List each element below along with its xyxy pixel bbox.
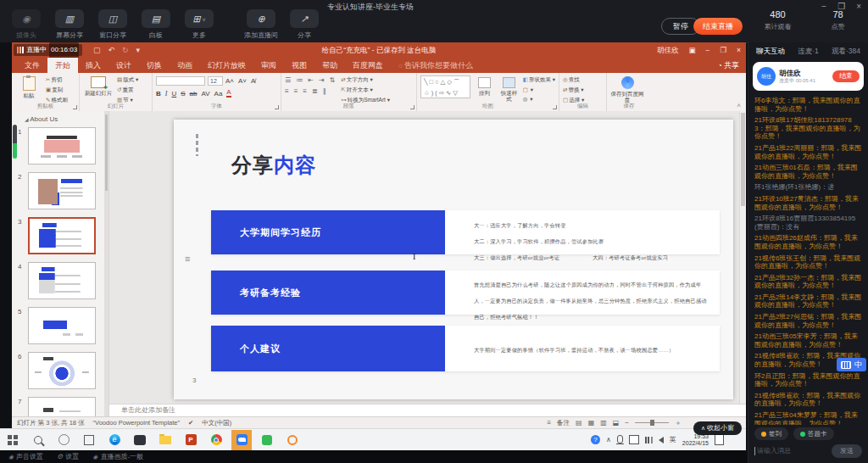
chat-input[interactable]: 请输入消息: [754, 447, 826, 455]
quick-styles-button[interactable]: 快速样式: [498, 75, 520, 103]
ppt-tab[interactable]: 开始: [47, 58, 78, 73]
slide-thumbnail[interactable]: [28, 217, 96, 254]
ppt-restore-icon[interactable]: ❐: [720, 42, 726, 58]
help-tray-icon[interactable]: ?: [591, 435, 600, 444]
notes-toggle-label[interactable]: 备注: [557, 419, 570, 427]
volume-tray-icon[interactable]: [659, 437, 664, 443]
quick-action-pill[interactable]: 答题卡: [793, 427, 834, 440]
stream-control-item[interactable]: 设置: [57, 452, 79, 461]
toolbar-button-icon[interactable]: [55, 9, 84, 28]
slide-row-3[interactable]: 个人建议 大学期间一定要做的事情（软件学习班，坚持运动，不熬夜，谈一场校园恋爱……: [211, 326, 720, 371]
ime-language[interactable]: 英: [670, 435, 676, 444]
taskbar-icon[interactable]: [257, 430, 277, 450]
ppt-minimize-icon[interactable]: −: [705, 42, 709, 58]
network-tray-icon[interactable]: [645, 437, 653, 443]
zoom-out-icon[interactable]: −: [625, 419, 629, 427]
slide-title[interactable]: 分享内容: [231, 152, 316, 179]
language[interactable]: 中文(中国): [202, 419, 231, 427]
paste-button[interactable]: 粘贴: [15, 75, 42, 103]
ppt-tab[interactable]: 审阅: [253, 58, 284, 73]
toolbar-button-icon[interactable]: [98, 9, 127, 28]
notes-pane[interactable]: 单击此处添加备注: [109, 404, 746, 416]
ppt-tab[interactable]: 帮助: [314, 58, 345, 73]
snip-tray-icon[interactable]: [629, 435, 639, 444]
slide-scrollbar[interactable]: [739, 111, 746, 404]
reset-button[interactable]: ↺重置: [117, 86, 138, 94]
ribbon-options-icon[interactable]: ▣: [688, 42, 695, 58]
slide-thumbnail[interactable]: [28, 307, 96, 344]
cut-button[interactable]: ✂剪切: [46, 76, 68, 84]
ppt-tab[interactable]: 设计: [108, 58, 139, 73]
normal-view-icon[interactable]: ▤: [576, 419, 582, 427]
taskbar-icon[interactable]: [53, 430, 74, 450]
font-name-select[interactable]: [156, 76, 205, 86]
shapes-gallery[interactable]: ╲□○△◇⌒☆)(⇨∿▽: [420, 75, 470, 98]
slide-row-1[interactable]: 大学期间学习经历 大一：适应大学，了解方向，学会转变大二：深入学习，学习软件，积…: [211, 210, 720, 254]
text-direction-button[interactable]: ⇄文字方向 ▾: [341, 76, 390, 84]
share-button[interactable]: 共享: [718, 58, 739, 74]
end-mic-button[interactable]: 结束: [832, 70, 860, 82]
shrink-font-icon[interactable]: A˅: [238, 77, 247, 85]
bullets-icon[interactable]: ☰: [285, 76, 291, 84]
thumbnails-scrollbar[interactable]: [104, 111, 108, 416]
save-to-netdisk-button[interactable]: 保存到百度网盘: [610, 75, 644, 103]
clear-format-icon[interactable]: A̸: [251, 77, 255, 85]
slide-thumbnail[interactable]: [28, 172, 96, 209]
char-spacing-button[interactable]: AV: [201, 90, 209, 98]
end-live-button[interactable]: 结束直播: [693, 18, 743, 35]
underline-button[interactable]: U: [171, 90, 176, 98]
stream-control-item[interactable]: 直播画质-一般: [92, 452, 143, 461]
quick-action-pill[interactable]: 签到: [754, 427, 788, 440]
taskbar-icon[interactable]: [28, 430, 48, 450]
shape-fill-button[interactable]: ◧形状效果 ▾: [523, 76, 555, 84]
dialog-launcher-icon[interactable]: [553, 105, 557, 109]
toolbar-button-icon[interactable]: [290, 9, 319, 28]
reading-view-icon[interactable]: ▥: [600, 419, 607, 427]
dialog-launcher-icon[interactable]: [410, 105, 415, 109]
section-header[interactable]: About Us: [12, 115, 108, 123]
slide-thumbnail[interactable]: [28, 397, 96, 416]
slide-canvas[interactable]: 分享内容 大学期间学习经历 大一：适应大学，了解方向，学会转变大二：深入学习，学…: [174, 120, 733, 399]
spellcheck-icon[interactable]: ✔: [188, 419, 193, 427]
indent-decrease-icon[interactable]: ⇤: [308, 76, 314, 84]
notes-toggle-icon[interactable]: ≡: [547, 419, 551, 427]
send-button[interactable]: 发送: [832, 444, 862, 458]
toolbar-button-icon[interactable]: [12, 9, 41, 28]
replace-button[interactable]: ⇄替换 ▾: [563, 86, 584, 94]
account-name[interactable]: 胡佳欣: [657, 42, 679, 58]
bold-button[interactable]: B: [156, 90, 161, 98]
arrange-button[interactable]: 排列: [474, 75, 495, 103]
align-center-icon[interactable]: ≡: [294, 87, 298, 95]
chat-tab[interactable]: 聊天互动: [756, 47, 785, 57]
taskbar-icon[interactable]: P: [181, 430, 201, 450]
taskbar-icon[interactable]: [231, 430, 252, 450]
ppt-tab[interactable]: 幻灯片放映: [200, 58, 253, 73]
font-color-button[interactable]: A: [226, 89, 231, 98]
slide-thumbnail[interactable]: [28, 352, 96, 389]
ppt-tab[interactable]: 动画: [170, 58, 200, 73]
slide-thumbnail[interactable]: [28, 127, 96, 165]
new-slide-button[interactable]: 新建幻灯片: [83, 75, 114, 103]
justify-icon[interactable]: ≣: [312, 87, 318, 95]
taskbar-icon[interactable]: e: [104, 430, 125, 450]
toolbar-button-icon[interactable]: [247, 9, 275, 28]
indent-increase-icon[interactable]: ⇥: [319, 76, 325, 84]
action-center-icon[interactable]: [715, 434, 724, 445]
shape-effects-button[interactable]: ◍ ▾: [523, 96, 555, 103]
slideshow-view-icon[interactable]: ⬓: [613, 419, 620, 427]
ppt-tab[interactable]: 插入: [78, 58, 108, 73]
align-text-button[interactable]: ⇱对齐文本 ▾: [341, 86, 390, 94]
grow-font-icon[interactable]: A˄: [225, 77, 234, 85]
columns-icon[interactable]: ∥: [323, 87, 326, 95]
ppt-tab[interactable]: 百度网盘: [345, 58, 391, 73]
chat-messages[interactable]: 环6李培文：邢璐，我来围观你的直播啦，为你点赞！ 21环设8班17胡佳欣1813…: [748, 94, 868, 425]
font-size-select[interactable]: 12: [208, 76, 223, 86]
layout-button[interactable]: ▤版式 ▾: [117, 76, 138, 84]
taskbar-icon[interactable]: [155, 430, 175, 450]
dialog-launcher-icon[interactable]: [275, 105, 279, 109]
copy-button[interactable]: ▣复制: [46, 86, 68, 94]
slide-row-2[interactable]: 考研备考经验 首先想清楚自己为什么考研，随之让这个原因成为你的动力，同时不管出于…: [211, 271, 720, 315]
change-case-button[interactable]: Aa: [214, 90, 223, 98]
shape-outline-button[interactable]: ▢ ▾: [523, 86, 555, 93]
sorter-view-icon[interactable]: ▦: [588, 419, 595, 427]
